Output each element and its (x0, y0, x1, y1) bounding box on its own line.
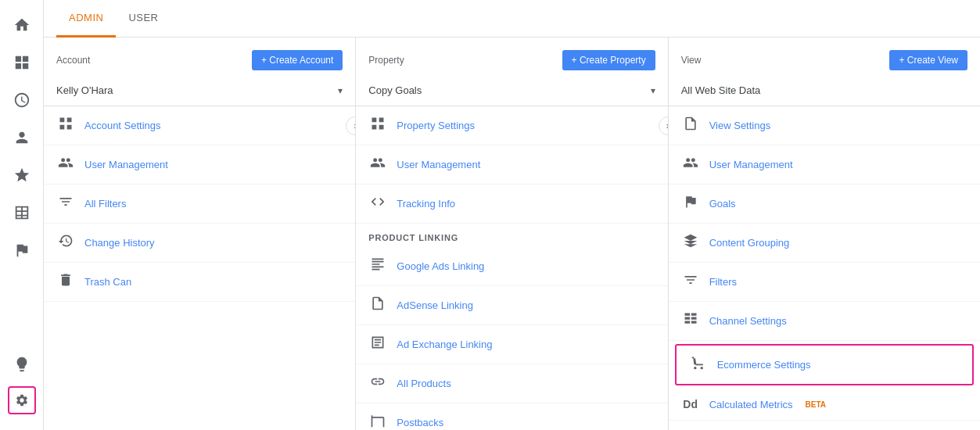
ecommerce-settings-label: Ecommerce Settings (717, 359, 811, 371)
change-history-item[interactable]: Change History (44, 224, 355, 263)
sidebar-nav (6, 9, 38, 349)
content-grouping-label: Content Grouping (709, 237, 790, 249)
create-view-button[interactable]: + Create View (889, 50, 967, 70)
tab-user[interactable]: USER (116, 0, 171, 38)
all-products-item[interactable]: All Products (356, 364, 667, 403)
clock-icon[interactable] (6, 84, 38, 116)
calculated-metrics-label: Calculated Metrics (709, 399, 793, 410)
user-management-account-icon (56, 155, 75, 174)
tracking-info-label: Tracking Info (397, 198, 455, 210)
account-column: Account + Create Account Kelly O'Hara ▾ … (44, 38, 356, 430)
google-ads-item[interactable]: Google Ads Linking (356, 247, 667, 286)
account-settings-forward: › (346, 116, 356, 135)
tab-admin[interactable]: ADMIN (56, 0, 116, 38)
personal-tools-label: PERSONAL TOOLS & ASSETS (669, 421, 980, 430)
all-products-icon (368, 374, 387, 393)
google-ads-icon (368, 256, 387, 276)
account-label: Account (56, 55, 90, 66)
trash-can-icon (56, 272, 75, 292)
ecommerce-settings-icon (689, 355, 708, 374)
view-dropdown[interactable]: All Web Site Data (669, 80, 980, 106)
main-content: ADMIN USER Account + Create Account Kell… (44, 0, 980, 430)
view-dropdown-value: All Web Site Data (681, 84, 761, 96)
lightbulb-icon[interactable] (6, 349, 38, 380)
property-dropdown[interactable]: Copy Goals ▾ (356, 80, 667, 106)
property-settings-forward: › (659, 116, 669, 135)
tracking-info-icon (368, 194, 387, 213)
tab-bar: ADMIN USER (44, 0, 980, 38)
ad-exchange-item[interactable]: Ad Exchange Linking (356, 325, 667, 364)
account-dropdown[interactable]: Kelly O'Hara ▾ (44, 80, 355, 106)
property-user-management-label: User Management (397, 159, 480, 170)
property-settings-label: Property Settings (397, 120, 475, 131)
view-settings-item[interactable]: View Settings (669, 106, 980, 145)
postbacks-item[interactable]: Postbacks (356, 403, 667, 430)
product-linking-label: PRODUCT LINKING (356, 224, 667, 247)
star-icon[interactable] (6, 159, 38, 191)
sidebar-bottom (6, 349, 38, 421)
account-settings-label: Account Settings (84, 120, 161, 131)
channel-settings-icon (681, 311, 700, 331)
account-header: Account + Create Account (44, 50, 355, 80)
sidebar (0, 0, 44, 430)
goals-label: Goals (709, 198, 736, 210)
view-column: View + Create View All Web Site Data Vie… (669, 38, 980, 430)
view-settings-label: View Settings (709, 120, 771, 131)
channel-settings-item[interactable]: Channel Settings (669, 302, 980, 341)
settings-button[interactable] (8, 386, 36, 414)
change-history-label: Change History (84, 237, 155, 249)
flag-icon[interactable] (6, 235, 38, 266)
trash-can-label: Trash Can (84, 276, 131, 288)
filters-view-icon (681, 272, 700, 292)
calculated-metrics-icon: Dd (681, 398, 700, 410)
view-header: View + Create View (669, 50, 980, 80)
person-icon[interactable] (6, 122, 38, 153)
adsense-label: AdSense Linking (397, 299, 473, 311)
all-filters-label: All Filters (84, 198, 126, 210)
ad-exchange-icon (368, 335, 387, 354)
table-icon[interactable] (6, 197, 38, 228)
view-user-management-icon (681, 155, 700, 174)
create-property-button[interactable]: + Create Property (562, 50, 655, 70)
view-user-management-label: User Management (709, 159, 793, 170)
change-history-icon (56, 233, 75, 253)
calculated-metrics-item[interactable]: Dd Calculated Metrics BETA (669, 389, 980, 421)
filters-view-label: Filters (709, 276, 737, 288)
property-settings-item[interactable]: Property Settings › (356, 106, 667, 145)
goals-item[interactable]: Goals (669, 185, 980, 224)
channel-settings-label: Channel Settings (709, 315, 787, 327)
goals-icon (681, 194, 700, 213)
account-user-management-item[interactable]: User Management (44, 145, 355, 185)
ad-exchange-label: Ad Exchange Linking (397, 339, 492, 350)
user-management-account-label: User Management (84, 159, 168, 170)
property-column: Property + Create Property Copy Goals ▾ … (356, 38, 668, 430)
beta-badge: BETA (806, 400, 826, 409)
content-grouping-item[interactable]: Content Grouping (669, 224, 980, 263)
postbacks-icon (368, 413, 387, 430)
home-icon[interactable] (6, 9, 38, 41)
account-dropdown-value: Kelly O'Hara (56, 84, 113, 96)
filters-view-item[interactable]: Filters (669, 263, 980, 302)
all-filters-item[interactable]: All Filters (44, 185, 355, 224)
account-settings-icon (56, 116, 75, 135)
view-user-management-item[interactable]: User Management (669, 145, 980, 185)
ecommerce-settings-item[interactable]: Ecommerce Settings (675, 344, 974, 385)
account-settings-item[interactable]: Account Settings › (44, 106, 355, 145)
postbacks-label: Postbacks (397, 417, 443, 428)
view-label: View (681, 55, 702, 66)
admin-content: Account + Create Account Kelly O'Hara ▾ … (44, 38, 980, 430)
all-products-label: All Products (397, 378, 451, 389)
property-label: Property (368, 55, 404, 66)
property-user-management-icon (368, 155, 387, 174)
create-account-button[interactable]: + Create Account (252, 50, 343, 70)
view-settings-icon (681, 116, 700, 135)
adsense-item[interactable]: AdSense Linking (356, 286, 667, 325)
dashboard-icon[interactable] (6, 47, 38, 78)
property-user-management-item[interactable]: User Management (356, 145, 667, 185)
content-grouping-icon (681, 233, 700, 253)
property-dropdown-value: Copy Goals (368, 84, 422, 96)
adsense-icon (368, 296, 387, 315)
account-dropdown-chevron: ▾ (338, 85, 343, 96)
trash-can-item[interactable]: Trash Can (44, 263, 355, 302)
tracking-info-item[interactable]: Tracking Info (356, 185, 667, 224)
